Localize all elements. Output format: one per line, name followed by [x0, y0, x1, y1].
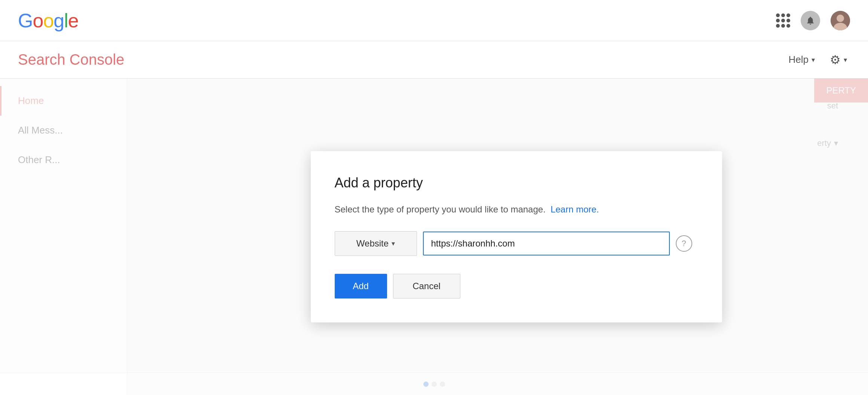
modal-actions: Add Cancel: [335, 274, 692, 298]
help-caret-icon: ▾: [812, 56, 815, 64]
add-property-modal: Add a property Select the type of proper…: [311, 151, 722, 322]
sub-header-actions: Help ▾ ⚙ ▾: [783, 50, 850, 70]
google-logo: Google: [18, 9, 79, 32]
settings-button[interactable]: ⚙ ▾: [827, 50, 850, 70]
logo-o1: o: [33, 9, 43, 32]
modal-form-row: Website ▾ ?: [335, 231, 692, 256]
modal-title: Add a property: [335, 175, 692, 191]
cancel-button[interactable]: Cancel: [393, 274, 460, 298]
learn-more-link[interactable]: Learn more.: [550, 204, 599, 214]
add-button[interactable]: Add: [335, 274, 387, 298]
sub-header: Search Console Help ▾ ⚙ ▾: [0, 41, 868, 79]
apps-grid-icon[interactable]: [776, 13, 790, 28]
header-right: [776, 11, 850, 30]
help-label: Help: [789, 54, 809, 65]
settings-caret-icon: ▾: [844, 56, 847, 64]
dropdown-caret-icon: ▾: [392, 239, 395, 248]
input-help-icon[interactable]: ?: [676, 235, 692, 252]
svg-point-1: [837, 15, 844, 22]
property-type-dropdown[interactable]: Website ▾: [335, 231, 417, 256]
top-header: Google: [0, 0, 868, 41]
user-avatar[interactable]: [831, 11, 850, 30]
logo-l: l: [64, 9, 68, 32]
url-input[interactable]: [423, 232, 670, 255]
main-area: Home All Mess... Other R... PERTY set er…: [0, 79, 868, 395]
notifications-icon[interactable]: [801, 11, 820, 30]
logo-e: e: [68, 9, 79, 32]
logo-o2: o: [43, 9, 53, 32]
logo-g: G: [18, 9, 33, 32]
gear-icon: ⚙: [830, 53, 841, 67]
page-title: Search Console: [18, 51, 125, 68]
logo-g2: g: [53, 9, 64, 32]
modal-description: Select the type of property you would li…: [335, 203, 692, 216]
help-button[interactable]: Help ▾: [783, 51, 821, 68]
